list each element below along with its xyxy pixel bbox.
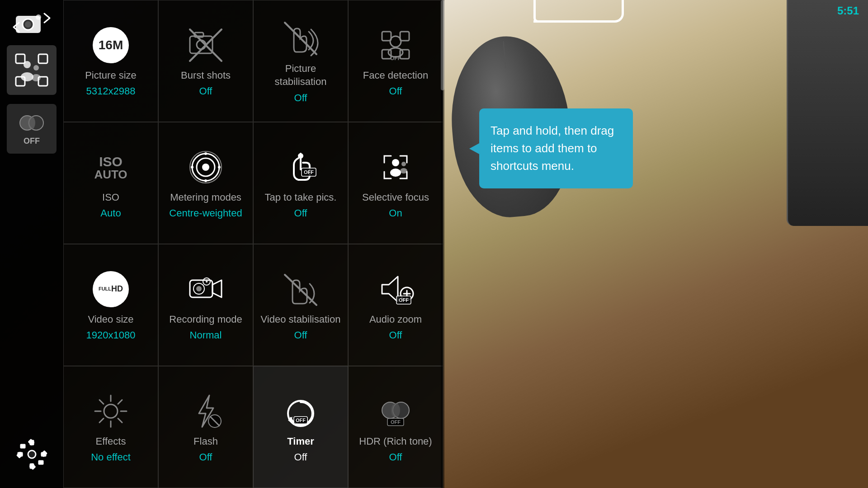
picture-stabilisation-icon xyxy=(280,18,321,59)
svg-point-55 xyxy=(401,162,406,166)
svg-text:OFF: OFF xyxy=(390,55,401,61)
iso-value: Auto xyxy=(100,207,121,219)
recording-mode-icon: ✦ xyxy=(185,269,226,310)
timer-label: Timer xyxy=(287,435,314,448)
tooltip: Tap and hold, then drag items to add the… xyxy=(479,108,633,188)
svg-point-50 xyxy=(298,153,303,159)
burst-shots-label: Burst shots xyxy=(181,69,231,82)
earphone-bud-left xyxy=(533,0,552,23)
video-stabilisation-icon xyxy=(280,269,321,310)
tap-to-take-cell[interactable]: OFF Tap to take pics. Off xyxy=(253,122,348,244)
face-detection-icon: OFF xyxy=(375,25,416,66)
svg-point-69 xyxy=(104,404,118,418)
face-detection-label: Face detection xyxy=(363,69,428,82)
burst-shots-value: Off xyxy=(199,85,212,97)
effects-value: No effect xyxy=(91,451,131,463)
scrollbar-track[interactable] xyxy=(441,0,444,488)
timer-icon: OFF xyxy=(280,391,321,432)
metering-modes-label: Metering modes xyxy=(170,191,241,204)
svg-point-9 xyxy=(21,72,33,81)
video-stabilisation-cell[interactable]: Video stabilisation Off xyxy=(253,244,348,366)
svg-point-47 xyxy=(204,179,207,182)
desk-background: Microsoft 5:51 xyxy=(443,0,868,488)
svg-point-56 xyxy=(400,168,407,174)
recording-mode-cell[interactable]: ✦ Recording mode Normal xyxy=(158,244,253,366)
svg-text:✦: ✦ xyxy=(205,279,208,284)
svg-point-86 xyxy=(391,403,400,418)
svg-point-3 xyxy=(36,14,41,20)
face-detection-value: Off xyxy=(389,85,402,97)
selective-focus-cell[interactable]: Selective focus On xyxy=(348,122,443,244)
flash-value: Off xyxy=(199,451,212,463)
video-stabilisation-label: Video stabilisation xyxy=(261,313,341,326)
svg-line-75 xyxy=(118,418,122,422)
tap-to-take-label: Tap to take pics. xyxy=(265,191,337,204)
effects-cell[interactable]: Effects No effect xyxy=(63,366,158,488)
burst-shots-icon xyxy=(185,25,226,66)
selective-focus-icon xyxy=(375,147,416,188)
timer-value: Off xyxy=(294,451,307,463)
settings-grid: 16M Picture size 5312x2988 Burst shots O… xyxy=(63,0,443,488)
svg-point-16 xyxy=(28,451,35,457)
recording-mode-value: Normal xyxy=(190,329,222,341)
iso-icon: ISO AUTO xyxy=(90,147,131,188)
audio-zoom-cell[interactable]: OFF Audio zoom Off xyxy=(348,244,443,366)
svg-line-32 xyxy=(285,23,316,54)
camera-switch-button[interactable] xyxy=(14,9,50,36)
burst-shots-cell[interactable]: Burst shots Off xyxy=(158,0,253,122)
video-size-value: 868x488 xyxy=(86,329,136,341)
video-size-icon: FULL HD xyxy=(90,269,131,310)
sidebar: OFF xyxy=(0,0,63,488)
selective-focus-label: Selective focus xyxy=(362,191,429,204)
svg-rect-34 xyxy=(400,32,409,41)
video-size-cell[interactable]: FULL HD Video size 868x488 xyxy=(63,244,158,366)
audio-zoom-label: Audio zoom xyxy=(369,313,422,326)
svg-point-14 xyxy=(28,117,35,129)
svg-line-77 xyxy=(99,418,104,422)
picture-size-label: Picture size xyxy=(85,69,137,82)
svg-line-74 xyxy=(99,400,104,404)
phone-device: 5:51 xyxy=(787,0,868,226)
picture-stabilisation-label: Picture stabilisation xyxy=(260,62,341,88)
metering-modes-cell[interactable]: Metering modes Centre-weighted xyxy=(158,122,253,244)
svg-rect-22 xyxy=(38,460,43,465)
iso-cell[interactable]: ISO AUTO ISO Auto xyxy=(63,122,158,244)
svg-point-10 xyxy=(33,65,39,70)
face-detection-cell[interactable]: OFF Face detection Off xyxy=(348,0,443,122)
effects-toggle-button[interactable]: OFF xyxy=(7,104,57,154)
hdr-cell[interactable]: OFF HDR (Rich tone) Off xyxy=(348,366,443,488)
svg-text:ISO: ISO xyxy=(99,154,123,169)
svg-text:OFF: OFF xyxy=(399,297,409,303)
iso-label: ISO xyxy=(102,191,119,204)
timer-cell[interactable]: OFF Timer Off xyxy=(253,366,348,488)
hdr-icon: OFF xyxy=(375,391,416,432)
svg-point-44 xyxy=(202,164,209,171)
flash-cell[interactable]: Flash Off xyxy=(158,366,253,488)
svg-rect-25 xyxy=(20,444,25,448)
picture-size-cell[interactable]: 16M Picture size 5312x2988 xyxy=(63,0,158,122)
svg-rect-33 xyxy=(382,32,391,41)
settings-button[interactable] xyxy=(16,438,47,470)
picture-size-value: 5312x2988 xyxy=(86,85,136,97)
svg-point-8 xyxy=(24,61,31,68)
selective-focus-value: On xyxy=(389,207,402,219)
scrollbar-thumb[interactable] xyxy=(441,0,444,90)
svg-point-46 xyxy=(204,152,207,155)
svg-point-49 xyxy=(218,166,221,169)
mode-selector-button[interactable] xyxy=(7,45,57,95)
phone-time: 5:51 xyxy=(837,5,859,17)
audio-zoom-value: Off xyxy=(389,329,402,341)
svg-point-54 xyxy=(390,169,401,177)
svg-rect-5 xyxy=(38,54,47,63)
16m-badge: 16M xyxy=(93,27,129,63)
picture-stabilisation-cell[interactable]: Picture stabilisation Off xyxy=(253,0,348,122)
metering-modes-value: Centre-weighted xyxy=(169,207,242,219)
tooltip-text: Tap and hold, then drag items to add the… xyxy=(491,124,614,173)
flash-label: Flash xyxy=(193,435,218,448)
svg-text:AUTO: AUTO xyxy=(94,168,127,181)
video-size-label: Video size xyxy=(88,313,133,326)
svg-line-76 xyxy=(118,400,122,404)
video-stabilisation-value: Off xyxy=(294,329,307,341)
hdr-value: Off xyxy=(389,451,402,463)
effects-icon xyxy=(90,391,131,432)
